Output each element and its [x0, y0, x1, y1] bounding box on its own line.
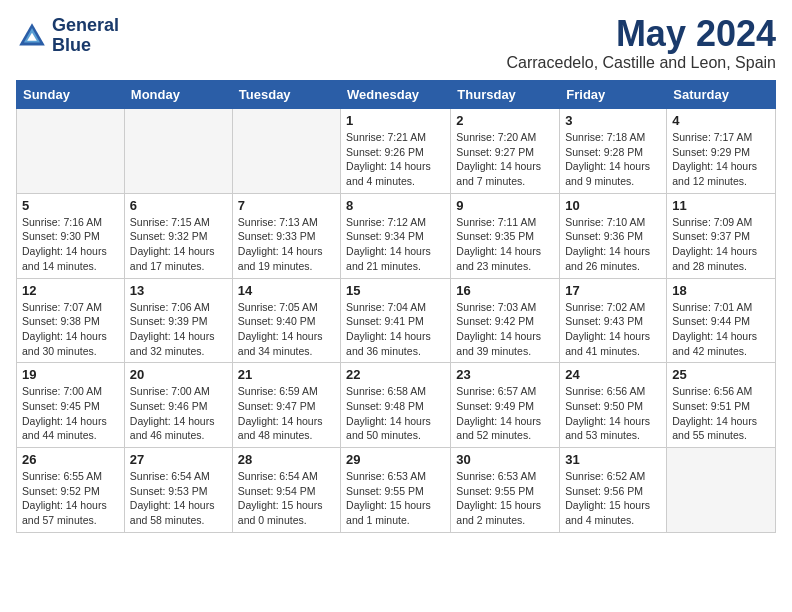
day-cell-23: 23Sunrise: 6:57 AM Sunset: 9:49 PM Dayli… [451, 363, 560, 448]
day-cell-5: 5Sunrise: 7:16 AM Sunset: 9:30 PM Daylig… [17, 193, 125, 278]
day-info: Sunrise: 6:57 AM Sunset: 9:49 PM Dayligh… [456, 384, 554, 443]
day-number: 23 [456, 367, 554, 382]
day-info: Sunrise: 7:12 AM Sunset: 9:34 PM Dayligh… [346, 215, 445, 274]
day-cell-22: 22Sunrise: 6:58 AM Sunset: 9:48 PM Dayli… [341, 363, 451, 448]
day-number: 22 [346, 367, 445, 382]
day-info: Sunrise: 7:11 AM Sunset: 9:35 PM Dayligh… [456, 215, 554, 274]
day-cell-16: 16Sunrise: 7:03 AM Sunset: 9:42 PM Dayli… [451, 278, 560, 363]
day-cell-8: 8Sunrise: 7:12 AM Sunset: 9:34 PM Daylig… [341, 193, 451, 278]
day-cell-18: 18Sunrise: 7:01 AM Sunset: 9:44 PM Dayli… [667, 278, 776, 363]
day-info: Sunrise: 7:18 AM Sunset: 9:28 PM Dayligh… [565, 130, 661, 189]
day-number: 14 [238, 283, 335, 298]
day-number: 3 [565, 113, 661, 128]
month-title: May 2024 [507, 16, 777, 52]
day-info: Sunrise: 7:09 AM Sunset: 9:37 PM Dayligh… [672, 215, 770, 274]
day-info: Sunrise: 7:00 AM Sunset: 9:46 PM Dayligh… [130, 384, 227, 443]
day-number: 31 [565, 452, 661, 467]
day-cell-11: 11Sunrise: 7:09 AM Sunset: 9:37 PM Dayli… [667, 193, 776, 278]
day-cell-1: 1Sunrise: 7:21 AM Sunset: 9:26 PM Daylig… [341, 109, 451, 194]
day-cell-4: 4Sunrise: 7:17 AM Sunset: 9:29 PM Daylig… [667, 109, 776, 194]
day-number: 4 [672, 113, 770, 128]
day-cell-25: 25Sunrise: 6:56 AM Sunset: 9:51 PM Dayli… [667, 363, 776, 448]
day-info: Sunrise: 6:53 AM Sunset: 9:55 PM Dayligh… [456, 469, 554, 528]
logo: General Blue [16, 16, 119, 56]
day-number: 15 [346, 283, 445, 298]
day-number: 25 [672, 367, 770, 382]
day-number: 17 [565, 283, 661, 298]
header-wednesday: Wednesday [341, 81, 451, 109]
day-info: Sunrise: 7:05 AM Sunset: 9:40 PM Dayligh… [238, 300, 335, 359]
day-info: Sunrise: 7:16 AM Sunset: 9:30 PM Dayligh… [22, 215, 119, 274]
day-cell-27: 27Sunrise: 6:54 AM Sunset: 9:53 PM Dayli… [124, 448, 232, 533]
day-info: Sunrise: 6:59 AM Sunset: 9:47 PM Dayligh… [238, 384, 335, 443]
day-cell-12: 12Sunrise: 7:07 AM Sunset: 9:38 PM Dayli… [17, 278, 125, 363]
week-row-3: 12Sunrise: 7:07 AM Sunset: 9:38 PM Dayli… [17, 278, 776, 363]
day-number: 26 [22, 452, 119, 467]
day-info: Sunrise: 7:21 AM Sunset: 9:26 PM Dayligh… [346, 130, 445, 189]
day-number: 8 [346, 198, 445, 213]
day-cell-empty [124, 109, 232, 194]
day-info: Sunrise: 6:58 AM Sunset: 9:48 PM Dayligh… [346, 384, 445, 443]
day-info: Sunrise: 7:10 AM Sunset: 9:36 PM Dayligh… [565, 215, 661, 274]
day-cell-24: 24Sunrise: 6:56 AM Sunset: 9:50 PM Dayli… [560, 363, 667, 448]
day-number: 24 [565, 367, 661, 382]
day-cell-30: 30Sunrise: 6:53 AM Sunset: 9:55 PM Dayli… [451, 448, 560, 533]
week-row-4: 19Sunrise: 7:00 AM Sunset: 9:45 PM Dayli… [17, 363, 776, 448]
day-cell-29: 29Sunrise: 6:53 AM Sunset: 9:55 PM Dayli… [341, 448, 451, 533]
day-info: Sunrise: 7:04 AM Sunset: 9:41 PM Dayligh… [346, 300, 445, 359]
day-cell-2: 2Sunrise: 7:20 AM Sunset: 9:27 PM Daylig… [451, 109, 560, 194]
week-row-5: 26Sunrise: 6:55 AM Sunset: 9:52 PM Dayli… [17, 448, 776, 533]
day-number: 19 [22, 367, 119, 382]
day-number: 1 [346, 113, 445, 128]
day-cell-10: 10Sunrise: 7:10 AM Sunset: 9:36 PM Dayli… [560, 193, 667, 278]
weekday-header-row: SundayMondayTuesdayWednesdayThursdayFrid… [17, 81, 776, 109]
day-number: 30 [456, 452, 554, 467]
day-info: Sunrise: 7:02 AM Sunset: 9:43 PM Dayligh… [565, 300, 661, 359]
day-info: Sunrise: 6:55 AM Sunset: 9:52 PM Dayligh… [22, 469, 119, 528]
day-info: Sunrise: 7:06 AM Sunset: 9:39 PM Dayligh… [130, 300, 227, 359]
day-number: 6 [130, 198, 227, 213]
logo-text: General Blue [52, 16, 119, 56]
day-number: 29 [346, 452, 445, 467]
day-cell-15: 15Sunrise: 7:04 AM Sunset: 9:41 PM Dayli… [341, 278, 451, 363]
header: General Blue May 2024 Carracedelo, Casti… [16, 16, 776, 72]
day-cell-20: 20Sunrise: 7:00 AM Sunset: 9:46 PM Dayli… [124, 363, 232, 448]
day-cell-13: 13Sunrise: 7:06 AM Sunset: 9:39 PM Dayli… [124, 278, 232, 363]
day-info: Sunrise: 7:01 AM Sunset: 9:44 PM Dayligh… [672, 300, 770, 359]
day-info: Sunrise: 7:00 AM Sunset: 9:45 PM Dayligh… [22, 384, 119, 443]
logo-icon [16, 20, 48, 52]
day-info: Sunrise: 6:54 AM Sunset: 9:53 PM Dayligh… [130, 469, 227, 528]
day-cell-empty [232, 109, 340, 194]
day-cell-14: 14Sunrise: 7:05 AM Sunset: 9:40 PM Dayli… [232, 278, 340, 363]
day-info: Sunrise: 7:07 AM Sunset: 9:38 PM Dayligh… [22, 300, 119, 359]
day-cell-empty [667, 448, 776, 533]
day-info: Sunrise: 7:03 AM Sunset: 9:42 PM Dayligh… [456, 300, 554, 359]
day-info: Sunrise: 7:20 AM Sunset: 9:27 PM Dayligh… [456, 130, 554, 189]
day-number: 20 [130, 367, 227, 382]
day-number: 11 [672, 198, 770, 213]
day-cell-21: 21Sunrise: 6:59 AM Sunset: 9:47 PM Dayli… [232, 363, 340, 448]
day-info: Sunrise: 7:15 AM Sunset: 9:32 PM Dayligh… [130, 215, 227, 274]
day-cell-31: 31Sunrise: 6:52 AM Sunset: 9:56 PM Dayli… [560, 448, 667, 533]
day-info: Sunrise: 6:52 AM Sunset: 9:56 PM Dayligh… [565, 469, 661, 528]
day-number: 21 [238, 367, 335, 382]
day-info: Sunrise: 7:17 AM Sunset: 9:29 PM Dayligh… [672, 130, 770, 189]
day-number: 7 [238, 198, 335, 213]
day-number: 12 [22, 283, 119, 298]
logo-line1: General [52, 16, 119, 36]
header-sunday: Sunday [17, 81, 125, 109]
day-number: 10 [565, 198, 661, 213]
day-cell-7: 7Sunrise: 7:13 AM Sunset: 9:33 PM Daylig… [232, 193, 340, 278]
day-cell-28: 28Sunrise: 6:54 AM Sunset: 9:54 PM Dayli… [232, 448, 340, 533]
day-number: 13 [130, 283, 227, 298]
week-row-2: 5Sunrise: 7:16 AM Sunset: 9:30 PM Daylig… [17, 193, 776, 278]
header-monday: Monday [124, 81, 232, 109]
day-info: Sunrise: 7:13 AM Sunset: 9:33 PM Dayligh… [238, 215, 335, 274]
week-row-1: 1Sunrise: 7:21 AM Sunset: 9:26 PM Daylig… [17, 109, 776, 194]
day-info: Sunrise: 6:54 AM Sunset: 9:54 PM Dayligh… [238, 469, 335, 528]
day-number: 2 [456, 113, 554, 128]
day-cell-3: 3Sunrise: 7:18 AM Sunset: 9:28 PM Daylig… [560, 109, 667, 194]
day-info: Sunrise: 6:56 AM Sunset: 9:50 PM Dayligh… [565, 384, 661, 443]
day-cell-6: 6Sunrise: 7:15 AM Sunset: 9:32 PM Daylig… [124, 193, 232, 278]
header-tuesday: Tuesday [232, 81, 340, 109]
